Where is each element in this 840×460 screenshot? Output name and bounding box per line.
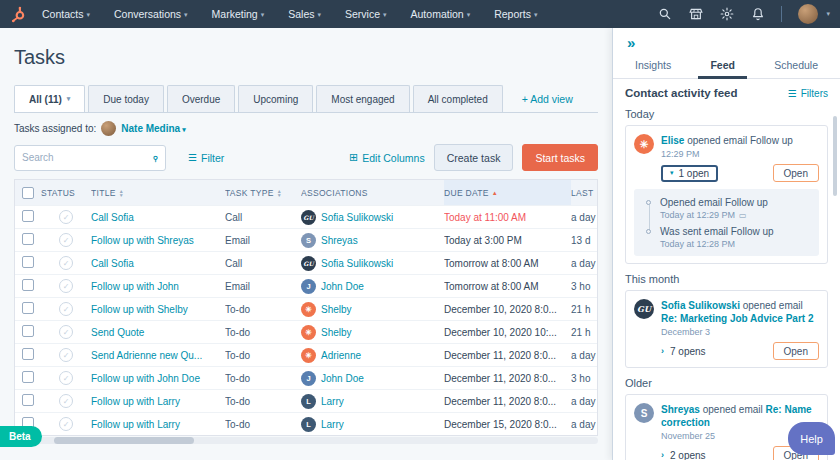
activity-feed: Today✳Elise opened email Follow up12:29 … [625, 108, 828, 460]
nav-item-reports[interactable]: Reports▾ [494, 8, 537, 20]
row-checkbox[interactable] [22, 256, 34, 268]
task-title-link[interactable]: Follow up with Shreyas [91, 235, 194, 246]
due-date: Today at 11:00 AM [444, 212, 571, 223]
task-status-icon[interactable]: ✓ [59, 417, 73, 431]
chevron-down-icon: ▾ [383, 11, 387, 18]
row-checkbox[interactable] [22, 325, 34, 337]
task-title-link[interactable]: Follow up with Larry [91, 419, 180, 430]
row-checkbox[interactable] [22, 371, 34, 383]
feed-actor-link[interactable]: Elise [661, 135, 684, 146]
search-input[interactable] [22, 152, 152, 163]
feed-summary: Sofia Sulikowski opened email Re: Market… [661, 299, 819, 325]
opens-toggle[interactable]: ›2 opens [661, 450, 706, 460]
association-link[interactable]: Larry [321, 419, 344, 430]
task-status-icon[interactable]: ✓ [59, 348, 73, 362]
task-title-link[interactable]: Send Quote [91, 327, 144, 338]
due-date: Today at 3:00 PM [444, 235, 571, 246]
task-title-link[interactable]: Follow up with Shelby [91, 304, 188, 315]
feed-actor-link[interactable]: Sofia Sulikowski [661, 300, 740, 311]
create-task-button[interactable]: Create task [434, 144, 514, 171]
row-checkbox[interactable] [22, 394, 34, 406]
tab-all-completed[interactable]: All completed [413, 85, 503, 112]
column-header-associations[interactable]: ASSOCIATIONS [301, 188, 444, 198]
task-title-link[interactable]: Call Sofia [91, 258, 134, 269]
task-status-icon[interactable]: ✓ [59, 371, 73, 385]
association-link[interactable]: John Doe [321, 281, 364, 292]
add-view-button[interactable]: + Add view [522, 93, 573, 105]
row-checkbox[interactable] [22, 302, 34, 314]
open-email-button[interactable]: Open [773, 342, 819, 360]
assigned-user-dropdown[interactable]: Nate Medina▾ [121, 123, 185, 134]
task-title-link[interactable]: Follow up with John [91, 281, 179, 292]
tab-due-today[interactable]: Due today [88, 85, 164, 112]
task-status-icon[interactable]: ✓ [59, 302, 73, 316]
column-header-task-type[interactable]: TASK TYPE▲▼ [225, 188, 301, 198]
feed-section-label: Today [625, 108, 828, 120]
association-link[interactable]: Shreyas [321, 235, 358, 246]
column-header-due-date[interactable]: DUE DATE▲ [444, 180, 571, 205]
beta-badge[interactable]: Beta [0, 426, 42, 447]
association-link[interactable]: Sofia Sulikowski [321, 212, 393, 223]
last-contacted: a day [571, 258, 599, 269]
column-header-last[interactable]: LAST [571, 188, 599, 198]
association-link[interactable]: Shelby [321, 327, 352, 338]
vertical-scrollbar-thumb[interactable] [833, 116, 837, 196]
opens-toggle[interactable]: ▾1 open [661, 165, 718, 182]
task-status-icon[interactable]: ✓ [59, 256, 73, 270]
task-title-link[interactable]: Follow up with John Doe [91, 373, 200, 384]
scrollbar-thumb[interactable] [54, 437, 194, 444]
nav-item-conversations[interactable]: Conversations▾ [114, 8, 188, 20]
nav-item-automation[interactable]: Automation▾ [411, 8, 471, 20]
settings-gear-icon[interactable] [719, 7, 734, 22]
chevron-down-icon: ▾ [826, 10, 830, 18]
tab-most-engaged[interactable]: Most engaged [316, 85, 409, 112]
task-title-link[interactable]: Follow up with Larry [91, 396, 180, 407]
opens-toggle[interactable]: ›7 opens [661, 346, 706, 357]
help-button[interactable]: Help [788, 422, 835, 455]
task-status-icon[interactable]: ✓ [59, 210, 73, 224]
task-status-icon[interactable]: ✓ [59, 325, 73, 339]
open-email-button[interactable]: Open [773, 164, 819, 182]
filters-button[interactable]: ☰Filters [788, 88, 828, 99]
tab-upcoming[interactable]: Upcoming [238, 85, 313, 112]
nav-item-service[interactable]: Service▾ [345, 8, 387, 20]
notifications-bell-icon[interactable] [750, 7, 765, 22]
task-status-icon[interactable]: ✓ [59, 394, 73, 408]
search-icon[interactable] [657, 7, 672, 22]
nav-item-sales[interactable]: Sales▾ [288, 8, 321, 20]
tab-feed[interactable]: Feed [698, 53, 747, 78]
row-checkbox[interactable] [22, 233, 34, 245]
email-subject-link[interactable]: Re: Marketing Job Advice Part 2 [661, 313, 813, 324]
marketplace-icon[interactable] [688, 7, 703, 22]
task-status-icon[interactable]: ✓ [59, 279, 73, 293]
task-status-icon[interactable]: ✓ [59, 233, 73, 247]
page-title: Tasks [14, 46, 598, 69]
association-link[interactable]: John Doe [321, 373, 364, 384]
task-title-link[interactable]: Call Sofia [91, 212, 134, 223]
collapse-sidebar-icon[interactable]: » [613, 28, 643, 53]
tab-schedule[interactable]: Schedule [762, 53, 830, 78]
association-link[interactable]: Shelby [321, 304, 352, 315]
row-checkbox[interactable] [22, 348, 34, 360]
nav-item-marketing[interactable]: Marketing▾ [212, 8, 265, 20]
row-checkbox[interactable] [22, 279, 34, 291]
tab-overdue[interactable]: Overdue [167, 85, 235, 112]
filter-button[interactable]: ☰Filter [188, 152, 224, 164]
hubspot-logo-icon[interactable] [10, 5, 28, 23]
feed-actor-link[interactable]: Shreyas [661, 404, 700, 415]
select-all-checkbox[interactable] [22, 187, 34, 199]
association-link[interactable]: Sofia Sulikowski [321, 258, 393, 269]
column-header-status[interactable]: STATUS [41, 188, 91, 198]
row-checkbox[interactable] [22, 210, 34, 222]
column-header-title[interactable]: TITLE▲▼ [91, 188, 225, 198]
search-box: ⌕ [14, 145, 166, 171]
start-tasks-button[interactable]: Start tasks [522, 144, 598, 171]
tab-insights[interactable]: Insights [623, 53, 683, 78]
edit-columns-button[interactable]: ⊞Edit Columns [349, 151, 425, 164]
tab-all-11[interactable]: All (11)▾ [14, 85, 85, 112]
association-link[interactable]: Adrienne [321, 350, 361, 361]
association-link[interactable]: Larry [321, 396, 344, 407]
nav-item-contacts[interactable]: Contacts▾ [42, 8, 90, 20]
task-title-link[interactable]: Send Adrienne new Qu... [91, 350, 202, 361]
user-avatar[interactable] [798, 4, 818, 24]
